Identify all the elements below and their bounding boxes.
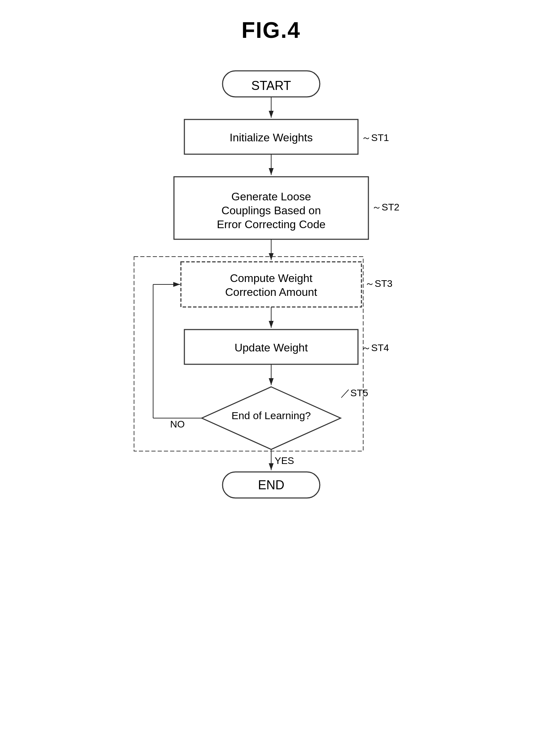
svg-text:～ST2: ～ST2 (372, 202, 399, 213)
svg-text:Update Weight: Update Weight (234, 341, 308, 354)
svg-text:Couplings Based on: Couplings Based on (221, 204, 320, 217)
svg-text:～ST1: ～ST1 (361, 132, 389, 143)
figure-title: FIG.4 (241, 17, 300, 43)
svg-text:Error Correcting Code: Error Correcting Code (217, 218, 325, 231)
svg-text:END: END (258, 478, 284, 492)
svg-text:End of Learning?: End of Learning? (231, 410, 311, 421)
svg-text:／ST5: ／ST5 (341, 388, 368, 398)
svg-text:～ST4: ～ST4 (361, 342, 389, 353)
svg-text:YES: YES (275, 455, 294, 466)
svg-text:Initialize Weights: Initialize Weights (230, 131, 313, 144)
svg-text:Correction Amount: Correction Amount (225, 286, 317, 298)
svg-text:Compute Weight: Compute Weight (230, 272, 312, 284)
svg-text:Generate Loose: Generate Loose (231, 190, 311, 203)
svg-text:NO: NO (170, 419, 185, 430)
flowchart-svg: START Initialize Weights ～ST1 Generate L… (98, 64, 445, 724)
svg-text:START: START (251, 78, 291, 93)
svg-text:～ST3: ～ST3 (365, 278, 392, 289)
